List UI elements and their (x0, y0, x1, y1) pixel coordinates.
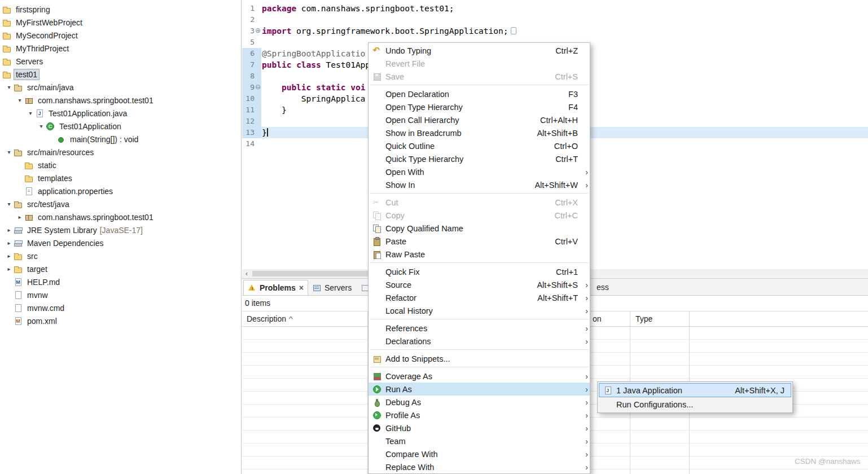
folder-icon (14, 265, 23, 274)
menu-item-add-to-snippets[interactable]: Add to Snippets... (369, 352, 590, 365)
tree-expander-closed-icon[interactable]: ▸ (5, 253, 14, 259)
tree-expander-open-icon[interactable]: ▾ (5, 149, 14, 155)
menu-item-source[interactable]: SourceAlt+Shift+S› (369, 278, 590, 291)
line-number: 3 (244, 25, 255, 37)
tree-expander-closed-icon[interactable]: ▸ (15, 214, 24, 220)
scroll-left-icon[interactable] (242, 269, 251, 278)
tree-item-com-nanshaws-springboot-test01[interactable]: ▸com.nanshaws.springboot.test01 (0, 210, 241, 223)
menu-item-run-as[interactable]: Run As› (369, 383, 590, 396)
menu-item-coverage-as[interactable]: Coverage As› (369, 370, 590, 383)
submenu-item-run-configurations[interactable]: Run Configurations... (599, 397, 791, 411)
project-icon (2, 18, 11, 27)
tree-item-main-string-void[interactable]: main(String[]) : void (0, 133, 241, 146)
tree-expander-open-icon[interactable]: ▾ (26, 110, 35, 116)
tree-expander-open-icon[interactable]: ▾ (37, 123, 46, 129)
tree-item-mysecondproject[interactable]: MySecondProject (0, 29, 241, 42)
menu-item-quick-type-hierarchy[interactable]: Quick Type HierarchyCtrl+T (369, 152, 590, 165)
menu-item-references[interactable]: References› (369, 322, 590, 335)
line-number: 6 (244, 48, 255, 59)
column-header-location-fragment[interactable]: on (593, 311, 602, 326)
menu-item-quick-fix[interactable]: Quick FixCtrl+1 (369, 265, 590, 278)
tree-item-application-properties[interactable]: ≡application.properties (0, 185, 241, 198)
tab-problems[interactable]: !Problems× (243, 280, 308, 295)
undo-icon (372, 46, 382, 55)
menu-item-paste[interactable]: PasteCtrl+V (369, 235, 590, 248)
menu-item-declarations[interactable]: Declarations› (369, 335, 590, 348)
fold-expanded-icon[interactable]: ⊖ (255, 82, 261, 93)
tree-item-mvnw-cmd[interactable]: mvnw.cmd (0, 301, 241, 314)
tree-item-src[interactable]: ▸src (0, 249, 241, 262)
package-icon (24, 213, 33, 222)
tree-item-myfirstwebproject[interactable]: MyFirstWebProject (0, 16, 241, 29)
tree-item-target[interactable]: ▸target (0, 262, 241, 275)
menu-item-save[interactable]: SaveCtrl+S (369, 70, 590, 83)
menu-item-open-with[interactable]: Open With› (369, 165, 590, 178)
tree-expander-open-icon[interactable]: ▾ (15, 97, 24, 103)
menu-item-open-call-hierarchy[interactable]: Open Call HierarchyCtrl+Alt+H (369, 113, 590, 126)
folded-region-badge[interactable] (511, 27, 516, 34)
menu-item-cut[interactable]: CutCtrl+X (369, 196, 590, 209)
tree-expander-closed-icon[interactable]: ▸ (5, 266, 14, 272)
menu-item-profile-as[interactable]: Profile As› (369, 409, 590, 422)
tree-item-firstspring[interactable]: firstspring (0, 3, 241, 16)
submenu-arrow-icon: › (581, 385, 588, 394)
column-header-type[interactable]: Type (635, 311, 652, 326)
menu-item-label: Quick Outline (383, 142, 435, 151)
tree-expander-open-icon[interactable]: ▾ (5, 201, 14, 207)
submenu-arrow-icon: › (581, 398, 588, 407)
tree-item-templates[interactable]: templates (0, 172, 241, 185)
menu-item-show-in-breadcrumb[interactable]: Show in BreadcrumbAlt+Shift+B (369, 126, 590, 139)
column-header-description[interactable]: Description (247, 311, 292, 326)
submenu-item-1-java-application[interactable]: J1 Java ApplicationAlt+Shift+X, J (599, 383, 791, 397)
tree-item-mvnw[interactable]: mvnw (0, 288, 241, 301)
tree-expander-closed-icon[interactable]: ▸ (5, 240, 14, 246)
tree-item-mythridproject[interactable]: MyThridProject (0, 42, 241, 55)
tree-item-maven-dependencies[interactable]: ▸Maven Dependencies (0, 236, 241, 249)
tree-item-static[interactable]: static (0, 159, 241, 172)
editor-line-1[interactable]: 1package com.nanshaws.springboot.test01; (242, 3, 868, 14)
menu-item-copy-qualified-name[interactable]: Copy Qualified Name (369, 222, 590, 235)
text-cursor (267, 128, 268, 137)
menu-item-local-history[interactable]: Local History› (369, 304, 590, 317)
menu-item-replace-with[interactable]: Replace With› (369, 460, 590, 473)
menu-item-team[interactable]: Team› (369, 434, 590, 447)
tree-item-test01application-java[interactable]: ▾JTest01Application.java (0, 107, 241, 120)
tab-servers[interactable]: Servers (308, 280, 356, 295)
tree-item-jre-system-library[interactable]: ▸JRE System Library [JavaSE-17] (0, 223, 241, 236)
menu-item-refactor[interactable]: RefactorAlt+Shift+T› (369, 291, 590, 304)
menu-item-github[interactable]: GitHub› (369, 422, 590, 434)
menu-item-compare-with[interactable]: Compare With› (369, 447, 590, 460)
tree-item-test01application[interactable]: ▾CTest01Application (0, 120, 241, 133)
menu-item-quick-outline[interactable]: Quick OutlineCtrl+O (369, 139, 590, 152)
menu-accelerator: F3 (568, 90, 581, 99)
menu-item-label: Quick Fix (383, 267, 419, 276)
menu-item-undo-typing[interactable]: Undo TypingCtrl+Z (369, 44, 590, 57)
tree-item-pom-xml[interactable]: Mpom.xml (0, 314, 241, 327)
tree-item-servers[interactable]: Servers (0, 55, 241, 68)
menu-item-revert-file[interactable]: Revert File (369, 57, 590, 70)
tree-item-src-main-resources[interactable]: ▾src/main/resources (0, 146, 241, 159)
tree-item-com-nanshaws-springboot-test01[interactable]: ▾com.nanshaws.springboot.test01 (0, 94, 241, 107)
tree-expander-closed-icon[interactable]: ▸ (5, 227, 14, 233)
editor-line-3[interactable]: 3⊕import org.springframework.boot.Spring… (242, 25, 868, 37)
tree-expander-open-icon[interactable]: ▾ (5, 84, 14, 90)
tree-item-help-md[interactable]: MHELP.md (0, 275, 241, 288)
fold-collapsed-icon[interactable]: ⊕ (255, 25, 261, 37)
tree-item-src-main-java[interactable]: ▾src/main/java (0, 81, 241, 94)
tree-item-test01[interactable]: test01 (0, 68, 241, 81)
tab-label-fragment[interactable]: ess (597, 283, 609, 292)
column-divider[interactable] (630, 311, 630, 326)
menu-item-raw-paste[interactable]: Raw Paste (369, 248, 590, 261)
menu-item-copy[interactable]: CopyCtrl+C (369, 209, 590, 222)
folder-icon (14, 252, 23, 261)
menu-item-debug-as[interactable]: Debug As› (369, 396, 590, 409)
column-divider[interactable] (689, 311, 690, 326)
menu-item-show-in[interactable]: Show InAlt+Shift+W› (369, 178, 590, 191)
tree-item-src-test-java[interactable]: ▾src/test/java (0, 198, 241, 210)
tree-item-label: mvnw.cmd (25, 302, 67, 314)
watermark: CSDN @nanshaws (795, 457, 861, 466)
close-tab-icon[interactable]: × (299, 283, 304, 292)
menu-item-open-type-hierarchy[interactable]: Open Type HierarchyF4 (369, 100, 590, 113)
editor-line-2[interactable]: 2 (242, 14, 868, 25)
menu-item-open-declaration[interactable]: Open DeclarationF3 (369, 87, 590, 100)
